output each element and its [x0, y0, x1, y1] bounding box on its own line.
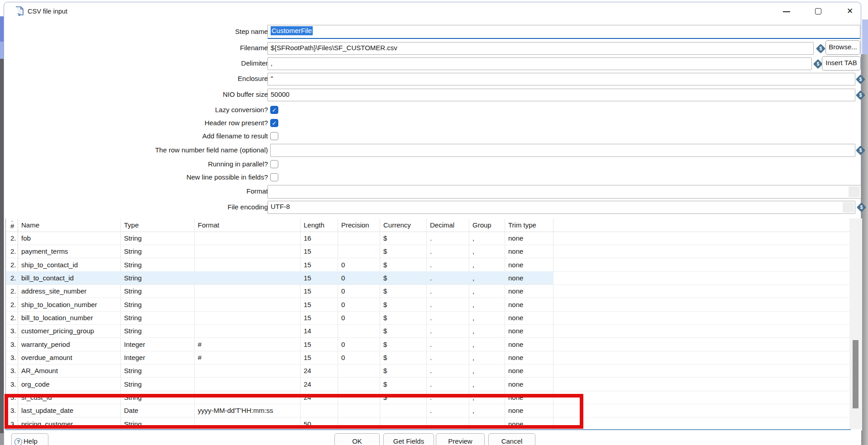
table-cell[interactable]: [338, 391, 380, 404]
table-cell[interactable]: ,: [469, 271, 505, 284]
table-cell[interactable]: 0: [338, 271, 380, 284]
table-cell[interactable]: none: [505, 271, 553, 284]
table-cell[interactable]: [195, 298, 300, 311]
table-row[interactable]: 3.org_codeString24$.,none: [6, 378, 850, 391]
table-cell[interactable]: ,: [469, 258, 505, 271]
step-name-input[interactable]: CustomerFile: [267, 25, 860, 39]
table-cell[interactable]: ,: [469, 324, 505, 337]
table-cell[interactable]: Date: [121, 404, 195, 417]
table-cell[interactable]: [195, 245, 300, 258]
table-cell[interactable]: 2.: [7, 298, 18, 311]
table-cell[interactable]: ,: [469, 391, 505, 404]
maximize-button[interactable]: [806, 3, 831, 19]
table-cell[interactable]: [338, 364, 380, 377]
table-cell[interactable]: .: [427, 338, 469, 351]
table-cell[interactable]: org_code: [18, 378, 121, 391]
table-cell[interactable]: ,: [469, 245, 505, 258]
table-cell[interactable]: String: [121, 378, 195, 391]
table-cell[interactable]: customer_pricing_group: [18, 324, 121, 337]
table-cell[interactable]: $: [380, 311, 427, 324]
table-cell[interactable]: ,: [469, 311, 505, 324]
add-filename-checkbox[interactable]: [270, 132, 278, 140]
table-cell[interactable]: ,: [469, 351, 505, 364]
table-cell[interactable]: String: [121, 417, 195, 431]
table-cell[interactable]: [469, 417, 505, 431]
table-cell[interactable]: [195, 284, 300, 298]
table-cell[interactable]: 0: [338, 284, 380, 298]
table-row[interactable]: 2.bill_to_contact_idString150$.,none: [6, 271, 850, 285]
table-cell[interactable]: $: [380, 284, 427, 298]
table-header-row[interactable]: ˆ # Name Type Format Length Precision Cu…: [6, 218, 850, 232]
table-cell[interactable]: AR_Amount: [18, 364, 121, 377]
table-cell[interactable]: warranty_period: [18, 338, 121, 351]
minimize-button[interactable]: [774, 3, 799, 19]
rownum-variable-icon[interactable]: $: [856, 146, 865, 155]
table-cell[interactable]: 15: [300, 298, 338, 311]
table-cell[interactable]: 2.: [7, 271, 18, 284]
table-cell[interactable]: String: [121, 271, 195, 284]
table-cell[interactable]: 3.: [7, 364, 18, 377]
table-cell[interactable]: address_site_number: [18, 284, 121, 298]
table-row[interactable]: 2.fobString16$.,none: [6, 232, 850, 245]
table-row[interactable]: 2.bill_to_location_numberString150$.,non…: [6, 311, 850, 325]
table-cell[interactable]: String: [121, 364, 195, 377]
table-cell[interactable]: [195, 232, 300, 245]
table-row[interactable]: 3.customer_pricing_groupString14$.,none: [6, 324, 850, 338]
table-cell[interactable]: bill_to_contact_id: [18, 271, 121, 284]
enclosure-variable-icon[interactable]: $: [856, 75, 865, 84]
table-cell[interactable]: [195, 258, 300, 271]
table-cell[interactable]: [195, 271, 300, 284]
table-cell[interactable]: #: [195, 351, 300, 364]
table-cell[interactable]: 24: [300, 364, 338, 377]
table-cell[interactable]: .: [427, 258, 469, 271]
column-header-decimal[interactable]: Decimal: [427, 218, 469, 232]
table-row[interactable]: 2.ship_to_location_numberString150$.,non…: [6, 298, 850, 312]
get-fields-button[interactable]: Get Fields: [383, 433, 434, 445]
column-header-type[interactable]: Type: [121, 218, 195, 232]
table-row[interactable]: 3.sf_cust_idString24$.,none: [6, 391, 850, 404]
table-row[interactable]: 2.ship_to_contact_idString150$.,none: [6, 258, 850, 272]
table-cell[interactable]: 2.: [7, 232, 18, 245]
table-cell[interactable]: none: [505, 298, 553, 311]
table-cell[interactable]: [195, 378, 300, 391]
table-cell[interactable]: 15: [300, 284, 338, 298]
table-row[interactable]: 2.address_site_numberString150$.,none: [6, 284, 850, 298]
table-cell[interactable]: $: [380, 391, 427, 404]
column-header-num[interactable]: ˆ #: [7, 218, 18, 232]
delimiter-input[interactable]: ,: [267, 57, 812, 70]
table-cell[interactable]: overdue_amount: [18, 351, 121, 364]
table-cell[interactable]: $: [380, 338, 427, 351]
table-cell[interactable]: $: [380, 298, 427, 311]
table-cell[interactable]: 15: [300, 271, 338, 284]
table-cell[interactable]: String: [121, 232, 195, 245]
table-cell[interactable]: yyyy-MM-dd'T'HH:mm:ss: [195, 404, 300, 417]
table-cell[interactable]: 15: [300, 351, 338, 364]
table-cell[interactable]: ship_to_contact_id: [18, 258, 121, 271]
table-cell[interactable]: 3.: [7, 417, 18, 431]
format-combo[interactable]: [267, 185, 861, 199]
table-cell[interactable]: none: [505, 378, 553, 391]
nio-buffer-input[interactable]: 50000: [267, 89, 855, 101]
table-cell[interactable]: 15: [300, 258, 338, 271]
table-cell[interactable]: 3.: [7, 391, 18, 404]
table-cell[interactable]: [300, 404, 338, 417]
table-cell[interactable]: none: [505, 245, 553, 258]
table-cell[interactable]: 2.: [7, 311, 18, 324]
table-cell[interactable]: String: [121, 311, 195, 324]
table-cell[interactable]: String: [121, 298, 195, 311]
table-cell[interactable]: [338, 378, 380, 391]
table-cell[interactable]: none: [505, 324, 553, 337]
table-scrollbar[interactable]: [849, 218, 862, 431]
table-cell[interactable]: 2.: [7, 284, 18, 298]
table-cell[interactable]: 0: [338, 311, 380, 324]
table-cell[interactable]: [338, 232, 380, 245]
table-cell[interactable]: [427, 417, 469, 431]
table-cell[interactable]: $: [380, 271, 427, 284]
table-cell[interactable]: ,: [469, 284, 505, 298]
table-cell[interactable]: [338, 404, 380, 417]
table-row[interactable]: 3.overdue_amountInteger#150$.,none: [6, 351, 850, 365]
table-cell[interactable]: 0: [338, 298, 380, 311]
table-row[interactable]: 3.last_update_dateDateyyyy-MM-dd'T'HH:mm…: [6, 404, 850, 417]
table-cell[interactable]: 3.: [7, 404, 18, 417]
filename-input[interactable]: ${SFRootPath}\Files\SF_CUSTOMER.csv: [267, 42, 814, 55]
